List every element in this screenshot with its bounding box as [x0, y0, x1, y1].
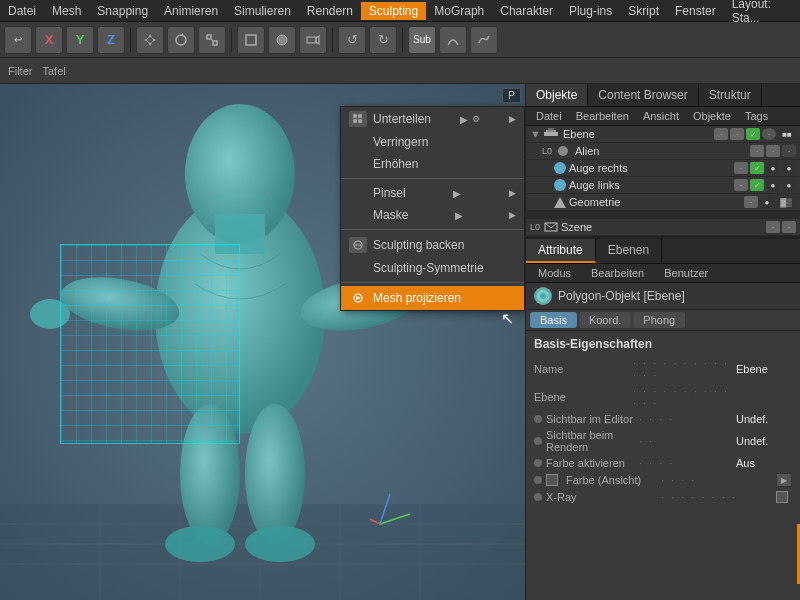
- toolbar-btn-scale[interactable]: [198, 26, 226, 54]
- obj-name-auge-rechts: Auge rechts: [569, 162, 734, 174]
- toolbar-axis-z[interactable]: Z: [97, 26, 125, 54]
- sculpting-menu-verringern[interactable]: Verringern: [341, 131, 524, 153]
- menu-rendern[interactable]: Rendern: [299, 2, 361, 20]
- subtab-koord[interactable]: Koord.: [579, 312, 631, 328]
- toolbar-btn-undo[interactable]: ↺: [338, 26, 366, 54]
- geo-icon-1[interactable]: ·: [744, 196, 758, 208]
- alien-icon-1[interactable]: ·: [750, 145, 764, 157]
- menu-fenster[interactable]: Fenster: [667, 2, 724, 20]
- subtab-phong[interactable]: Phong: [633, 312, 685, 328]
- tab-objekte[interactable]: Objekte: [526, 84, 588, 106]
- szene-icon-1[interactable]: ·: [766, 221, 780, 233]
- ar-icon-check[interactable]: ✓: [750, 162, 764, 174]
- menu-datei[interactable]: Datei: [0, 2, 44, 20]
- sculpting-menu-unterteilen[interactable]: Unterteilen ▶ ⚙: [341, 107, 524, 131]
- expand-szene[interactable]: L0: [530, 222, 544, 232]
- attr-bearbeiten[interactable]: Bearbeiten: [583, 266, 652, 280]
- sculpting-menu-mesh-projizieren[interactable]: Mesh projizieren ↖: [341, 286, 524, 310]
- svg-point-27: [180, 404, 240, 544]
- al-icon-2[interactable]: ●: [766, 179, 780, 191]
- svg-point-44: [558, 146, 568, 156]
- sculpting-menu-erhoehen[interactable]: Erhöhen: [341, 153, 524, 175]
- attr-header: Polygon-Objekt [Ebene]: [526, 283, 800, 310]
- al-icon-check[interactable]: ✓: [750, 179, 764, 191]
- toolbar-btn-render[interactable]: [268, 26, 296, 54]
- obj-toolbar-ansicht[interactable]: Ansicht: [637, 109, 685, 123]
- ar-icon-1[interactable]: ·: [734, 162, 748, 174]
- obj-tree: ▼ Ebene · · ✓ · ■■ L0: [526, 126, 800, 236]
- svg-rect-37: [358, 119, 362, 123]
- alien-icon-2[interactable]: ·: [766, 145, 780, 157]
- toolbar-btn-rotate[interactable]: [167, 26, 195, 54]
- obj-row-geometrie[interactable]: Geometrie · ● ▓▒: [526, 194, 800, 211]
- al-icon-3[interactable]: ●: [782, 179, 796, 191]
- expand-ebene[interactable]: ▼: [530, 128, 544, 140]
- expand-alien[interactable]: L0: [542, 146, 556, 156]
- geo-icon-2[interactable]: ●: [760, 196, 774, 208]
- icon-sm-3[interactable]: ·: [762, 128, 776, 140]
- svg-rect-42: [546, 130, 556, 132]
- tab-attribute[interactable]: Attribute: [526, 239, 596, 263]
- obj-toolbar-datei[interactable]: Datei: [530, 109, 568, 123]
- attr-label-farbe-aktivieren: Farbe aktivieren: [546, 457, 639, 469]
- toolbar-btn-sculpt1[interactable]: [439, 26, 467, 54]
- toolbar-axis-y[interactable]: Y: [66, 26, 94, 54]
- checkbox-farbe-ansicht[interactable]: [546, 474, 558, 486]
- obj-toolbar-bearbeiten[interactable]: Bearbeiten: [570, 109, 635, 123]
- al-icon-1[interactable]: ·: [734, 179, 748, 191]
- toolbar-btn-redo[interactable]: ↻: [369, 26, 397, 54]
- farbe-btn[interactable]: ▶: [776, 473, 792, 487]
- toolbar-btn-move[interactable]: [136, 26, 164, 54]
- icon-sm-1[interactable]: ·: [714, 128, 728, 140]
- polygon-object-icon: [534, 287, 552, 305]
- ar-icon-2[interactable]: ●: [766, 162, 780, 174]
- ar-icon-3[interactable]: ●: [782, 162, 796, 174]
- menu-simulieren[interactable]: Simulieren: [226, 2, 299, 20]
- toolbar-btn-1[interactable]: ↩: [4, 26, 32, 54]
- icon-sm-4[interactable]: ■■: [778, 128, 796, 140]
- icon-sm-check[interactable]: ✓: [746, 128, 760, 140]
- icon-sm-2[interactable]: ·: [730, 128, 744, 140]
- checkbox-xray[interactable]: [776, 491, 788, 503]
- obj-toolbar-objekte[interactable]: Objekte: [687, 109, 737, 123]
- obj-row-alien[interactable]: L0 Alien · · ·: [526, 143, 800, 160]
- menu-charakter[interactable]: Charakter: [492, 2, 561, 20]
- svg-rect-41: [544, 132, 558, 136]
- obj-row-auge-links[interactable]: Auge links · ✓ ● ●: [526, 177, 800, 194]
- menu-plugins[interactable]: Plug-ins: [561, 2, 620, 20]
- szene-icon-2[interactable]: ·: [782, 221, 796, 233]
- geo-icon-3[interactable]: ▓▒: [776, 196, 796, 208]
- menu-mograph[interactable]: MoGraph: [426, 2, 492, 20]
- attr-modus[interactable]: Modus: [530, 266, 579, 280]
- viewport-controls: P: [502, 88, 521, 103]
- toolbar-btn-cube[interactable]: [237, 26, 265, 54]
- obj-row-szene[interactable]: L0 Szene · ·: [526, 219, 800, 236]
- obj-row-auge-rechts[interactable]: Auge rechts · ✓ ● ●: [526, 160, 800, 177]
- menu-sculpting[interactable]: Sculpting: [361, 2, 426, 20]
- obj-icons-ebene: · · ✓ · ■■: [714, 128, 796, 140]
- toolbar-btn-subdivide[interactable]: Sub: [408, 26, 436, 54]
- subtab-basis[interactable]: Basis: [530, 312, 577, 328]
- toolbar-axis-x[interactable]: X: [35, 26, 63, 54]
- viewport-perspective-btn[interactable]: P: [502, 88, 521, 103]
- sculpting-menu-maske[interactable]: Maske ▶: [341, 204, 524, 226]
- tab-content-browser[interactable]: Content Browser: [588, 84, 698, 106]
- menu-mesh[interactable]: Mesh: [44, 2, 89, 20]
- menu-skript[interactable]: Skript: [620, 2, 667, 20]
- menu-animieren[interactable]: Animieren: [156, 2, 226, 20]
- viewport[interactable]: P Unterteilen ▶ ⚙ Verringern Erhöhen: [0, 84, 525, 600]
- sculpting-menu-symmetrie[interactable]: Sculpting-Symmetrie: [341, 257, 524, 279]
- sculpting-menu-backen[interactable]: Sculpting backen: [341, 233, 524, 257]
- toolbar-btn-sculpt2[interactable]: [470, 26, 498, 54]
- toolbar-btn-cam[interactable]: [299, 26, 327, 54]
- attr-dots-sichtbar-editor: · · · ·: [639, 413, 732, 425]
- attr-benutzer[interactable]: Benutzer: [656, 266, 716, 280]
- obj-toolbar-tags[interactable]: Tags: [739, 109, 774, 123]
- menu-snapping[interactable]: Snapping: [89, 2, 156, 20]
- tab-ebenen[interactable]: Ebenen: [596, 239, 662, 263]
- sculpting-menu-pinsel[interactable]: Pinsel ▶: [341, 182, 524, 204]
- obj-row-ebene[interactable]: ▼ Ebene · · ✓ · ■■: [526, 126, 800, 143]
- attr-panel: Attribute Ebenen Modus Bearbeiten Benutz…: [526, 239, 800, 600]
- alien-icon-3[interactable]: ·: [782, 145, 796, 157]
- tab-struktur[interactable]: Struktur: [699, 84, 762, 106]
